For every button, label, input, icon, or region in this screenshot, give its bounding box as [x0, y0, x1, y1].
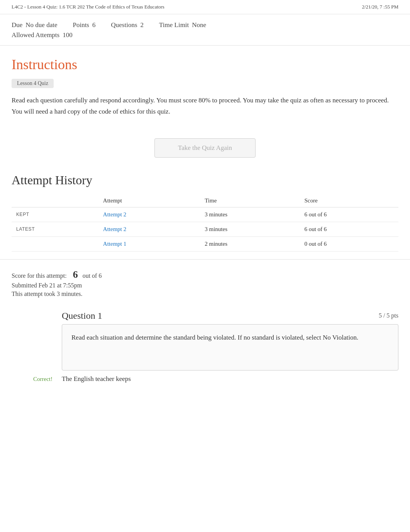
due-info: Due No due date: [12, 21, 57, 29]
due-label: Due: [12, 21, 22, 29]
table-row: Attempt 1 2 minutes 0 out of 6: [12, 236, 398, 251]
duration-line: This attempt took 3 minutes.: [12, 291, 398, 297]
page-title: L4C2 - Lesson 4 Quiz: 1.6 TCR 202 The Co…: [12, 4, 164, 10]
points-value: 6: [92, 21, 96, 29]
allowed-attempts-label: Allowed Attempts: [12, 31, 59, 39]
row1-attempt-link[interactable]: Attempt 2: [103, 211, 126, 218]
score-number: 6: [73, 269, 78, 280]
question-text: Read each situation and determine the st…: [71, 332, 389, 343]
questions-value: 2: [141, 21, 144, 29]
due-value: No due date: [25, 21, 57, 29]
table-header-row: Attempt Time Score: [12, 194, 398, 207]
top-bar: L4C2 - Lesson 4 Quiz: 1.6 TCR 202 The Co…: [0, 0, 410, 14]
points-label: Points: [73, 21, 89, 29]
row2-label: LATEST: [12, 222, 98, 236]
col-label: [12, 194, 98, 207]
questions-label: Questions: [111, 21, 137, 29]
table-row: KEPT Attempt 2 3 minutes 6 out of 6: [12, 207, 398, 222]
question-pts: 5 / 5 pts: [379, 312, 398, 319]
allowed-attempts-info: Allowed Attempts 100: [12, 31, 73, 39]
row3-label: [12, 236, 98, 251]
table-row: LATEST Attempt 2 3 minutes 6 out of 6: [12, 222, 398, 236]
time-limit-value: None: [192, 21, 206, 29]
row1-label: KEPT: [12, 207, 98, 222]
questions-info: Questions 2: [111, 21, 144, 29]
take-quiz-button[interactable]: Take the Quiz Again: [154, 138, 256, 158]
time-limit-info: Time Limit None: [159, 21, 206, 29]
correct-label: Correct!: [12, 376, 62, 382]
time-limit-label: Time Limit: [159, 21, 189, 29]
row1-attempt: Attempt 2: [98, 207, 200, 222]
row1-score: 6 out of 6: [300, 207, 398, 222]
row3-score: 0 out of 6: [300, 236, 398, 251]
row2-attempt-link[interactable]: Attempt 2: [103, 226, 126, 232]
datetime: 2/21/20, 7 :55 PM: [362, 4, 398, 10]
col-time: Time: [200, 194, 300, 207]
quiz-info-row-1: Due No due date Points 6 Questions 2 Tim…: [12, 21, 398, 29]
instructions-text: Read each question carefully and respond…: [12, 95, 398, 117]
question-box: Read each situation and determine the st…: [62, 324, 398, 371]
allowed-attempts-value: 100: [63, 31, 73, 39]
question-title: Question 1: [62, 311, 102, 321]
row2-time: 3 minutes: [200, 222, 300, 236]
attempt-table: Attempt Time Score KEPT Attempt 2 3 minu…: [12, 194, 398, 252]
score-summary: Score for this attempt: 6 out of 6 Submi…: [0, 259, 410, 303]
score-for-attempt-line: Score for this attempt: 6 out of 6: [12, 269, 398, 280]
lesson-badge: Lesson 4 Quiz: [12, 79, 54, 88]
submitted-line: Submitted Feb 21 at 7:55pm: [12, 282, 398, 289]
row1-time: 3 minutes: [200, 207, 300, 222]
question-section: Question 1 5 / 5 pts Read each situation…: [0, 303, 410, 387]
row2-score: 6 out of 6: [300, 222, 398, 236]
attempt-history-title: Attempt History: [12, 173, 398, 187]
col-score: Score: [300, 194, 398, 207]
row3-time: 2 minutes: [200, 236, 300, 251]
quiz-info: Due No due date Points 6 Questions 2 Tim…: [0, 14, 410, 46]
score-out-of: out of 6: [83, 272, 102, 279]
points-info: Points 6: [73, 21, 95, 29]
take-quiz-button-wrapper: Take the Quiz Again: [0, 138, 410, 158]
answer-text: The English teacher keeps: [62, 375, 131, 383]
row2-attempt: Attempt 2: [98, 222, 200, 236]
instructions-section: Instructions Lesson 4 Quiz Read each que…: [0, 46, 410, 131]
correct-row: Correct! The English teacher keeps: [12, 375, 398, 383]
quiz-info-row-2: Allowed Attempts 100: [12, 31, 398, 39]
instructions-title: Instructions: [12, 56, 398, 73]
row3-attempt-link[interactable]: Attempt 1: [103, 241, 126, 247]
score-label: Score for this attempt:: [12, 272, 67, 279]
row3-attempt: Attempt 1: [98, 236, 200, 251]
attempt-history-section: Attempt History Attempt Time Score KEPT …: [0, 169, 410, 255]
col-attempt: Attempt: [98, 194, 200, 207]
question-header: Question 1 5 / 5 pts: [12, 307, 398, 324]
